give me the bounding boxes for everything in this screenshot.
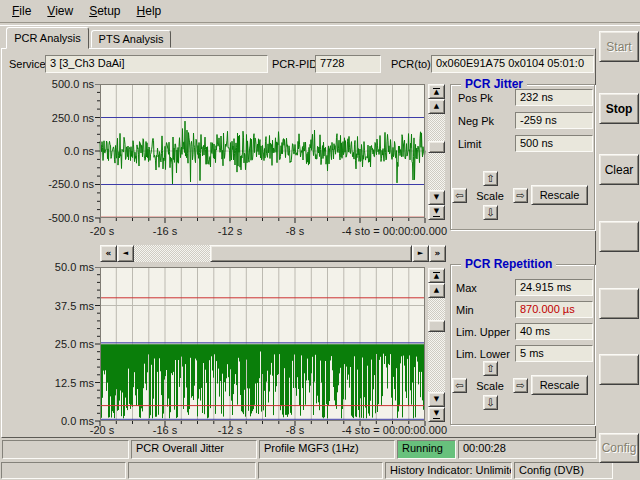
tab-pcr-analysis[interactable]: PCR Analysis (6, 27, 89, 49)
start-button[interactable]: Start (599, 31, 639, 62)
scale-up-icon: ⇧ (486, 173, 494, 184)
jitter-scroll-thumb[interactable] (428, 141, 445, 153)
status2-history-indicator: History Indicator: Unlimited (385, 462, 512, 479)
lim-upper-label: Lim. Upper (456, 326, 510, 338)
rep-ytick-375: 37.5 ms (34, 300, 94, 312)
time-horizontal-scrollbar[interactable]: « ◄ ► » (100, 245, 446, 262)
tab-pts-analysis[interactable]: PTS Analysis (91, 30, 171, 48)
scale-down-icon: ⇩ (486, 397, 494, 408)
jitter-scroll-up-button[interactable]: ▲ (428, 99, 445, 114)
max-label: Max (456, 282, 477, 294)
jitter-scroll-bottom-button[interactable]: ▼ (428, 205, 445, 220)
scale-right-icon: ⇨ (516, 380, 524, 391)
status-elapsed-time: 00:00:28 (458, 440, 597, 459)
arrow-up-bar-icon: ▲ (433, 87, 440, 96)
menu-separator (0, 22, 640, 26)
blank-button-3[interactable] (599, 354, 639, 385)
service-field[interactable]: 3 [3_Ch3 DaAi] (45, 55, 268, 73)
menu-file[interactable]: File (4, 1, 39, 21)
jitter-vertical-scrollbar[interactable]: ▲ ▲ ▼ ▼ (428, 84, 445, 220)
pcr-repetition-title: PCR Repetition (461, 257, 556, 271)
rep-xtick-12: -12 s (218, 424, 242, 436)
status-cell-empty-1 (2, 440, 129, 459)
pos-pk-field: 232 ns (515, 89, 593, 106)
blank-button-2[interactable] (599, 288, 639, 319)
status2-cell-empty-3 (258, 462, 383, 479)
scroll-far-left-button[interactable]: « (100, 245, 117, 262)
horizontal-scroll-thumb[interactable] (210, 245, 412, 262)
jitter-xtick-12: -12 s (218, 225, 242, 237)
jitter-ytick-250: 250.0 ns (34, 112, 94, 124)
rep-scale-up-button[interactable]: ⇧ (483, 361, 498, 376)
rep-scroll-up-button[interactable]: ▲ (428, 283, 445, 298)
pcr-repetition-graph (93, 267, 426, 428)
rep-scale-left-button[interactable]: ⇦ (452, 378, 467, 393)
pcr-pid-label: PCR-PID (272, 58, 317, 70)
pcr-pid-field: 7728 (315, 55, 381, 73)
arrow-down-icon: ▼ (434, 194, 439, 201)
rep-scroll-bottom-button[interactable]: ▼ (428, 407, 445, 422)
jitter-xtick-16: -16 s (153, 225, 177, 237)
menu-help[interactable]: Help (129, 1, 170, 21)
jitter-scroll-down-button[interactable]: ▼ (428, 190, 445, 205)
arrow-down-icon: ▼ (434, 396, 439, 403)
scroll-far-right-button[interactable]: » (429, 245, 446, 262)
jitter-ytick-n250: -250.0 ns (34, 178, 94, 190)
max-field: 24.915 ms (515, 279, 593, 296)
status2-config-mode: Config (DVB) (514, 462, 613, 479)
rep-vertical-scrollbar[interactable]: ▲ ▲ ▼ ▼ (428, 268, 445, 422)
rep-ytick-25: 25.0 ms (34, 338, 94, 350)
jitter-xtick-4: -4 s (342, 225, 360, 237)
jitter-ytick-n500: -500.0 ns (34, 212, 94, 224)
min-field: 870.000 µs (515, 301, 593, 318)
pcr-to-field: 0x060E91A75 0x0104 05:01:0 (431, 55, 594, 73)
rep-scale-right-button[interactable]: ⇨ (513, 378, 528, 393)
rep-x-end-label: to = 00:00:00.000 (361, 424, 447, 436)
stop-button[interactable]: Stop (599, 93, 639, 124)
neg-pk-label: Neg Pk (458, 115, 494, 127)
jitter-scroll-top-button[interactable]: ▲ (428, 84, 445, 99)
arrow-right-icon: ► (418, 250, 423, 257)
jitter-scale-up-button[interactable]: ⇧ (483, 171, 498, 186)
service-label: Service (9, 58, 46, 70)
jitter-scale-left-button[interactable]: ⇦ (452, 188, 467, 203)
menu-setup[interactable]: Setup (81, 1, 128, 21)
arrow-up-icon: ▲ (434, 287, 439, 294)
rep-rescale-button[interactable]: Rescale (531, 375, 588, 395)
jitter-scale-right-button[interactable]: ⇨ (513, 188, 528, 203)
rep-xtick-16: -16 s (153, 424, 177, 436)
rep-ytick-50: 50.0 ms (34, 261, 94, 273)
scale-down-icon: ⇩ (486, 207, 494, 218)
lim-upper-field: 40 ms (515, 323, 593, 340)
scroll-left-button[interactable]: ◄ (117, 245, 134, 262)
rep-scroll-down-button[interactable]: ▼ (428, 392, 445, 407)
jitter-scale-down-button[interactable]: ⇩ (483, 205, 498, 220)
menu-bar: File View Setup Help (0, 0, 640, 22)
menu-view[interactable]: View (39, 1, 81, 21)
scroll-right-button[interactable]: ► (412, 245, 429, 262)
rep-scroll-thumb[interactable] (428, 320, 445, 332)
config-button[interactable]: Config (599, 433, 639, 463)
rep-scale-down-button[interactable]: ⇩ (483, 395, 498, 410)
pos-pk-label: Pos Pk (458, 92, 493, 104)
jitter-ytick-0: 0.0 ns (34, 145, 94, 157)
min-label: Min (456, 304, 474, 316)
application-window: File View Setup Help PCR Analysis PTS An… (0, 0, 640, 480)
clear-button[interactable]: Clear (599, 154, 639, 185)
pcr-jitter-graph (93, 84, 426, 225)
status-running: Running (397, 440, 456, 459)
arrow-up-bar-icon: ▲ (433, 271, 440, 280)
status-overall-jitter: PCR Overall Jitter (131, 440, 257, 459)
status2-cell-empty-2 (128, 462, 256, 479)
rep-scroll-top-button[interactable]: ▲ (428, 268, 445, 283)
pcr-to-label: PCR(to) (391, 58, 431, 70)
rep-xaxis-labels: -20 s -16 s -12 s -8 s -4 s to = 00:00:0… (0, 424, 640, 437)
status2-cell-empty-1 (1, 462, 126, 479)
rep-xtick-20: -20 s (90, 424, 114, 436)
jitter-ytick-500: 500.0 ns (34, 78, 94, 90)
rep-xtick-8: -8 s (286, 424, 304, 436)
double-arrow-left-icon: « (106, 249, 112, 258)
lim-lower-label: Lim. Lower (456, 348, 510, 360)
jitter-rescale-button[interactable]: Rescale (531, 185, 588, 205)
jitter-xtick-8: -8 s (286, 225, 304, 237)
